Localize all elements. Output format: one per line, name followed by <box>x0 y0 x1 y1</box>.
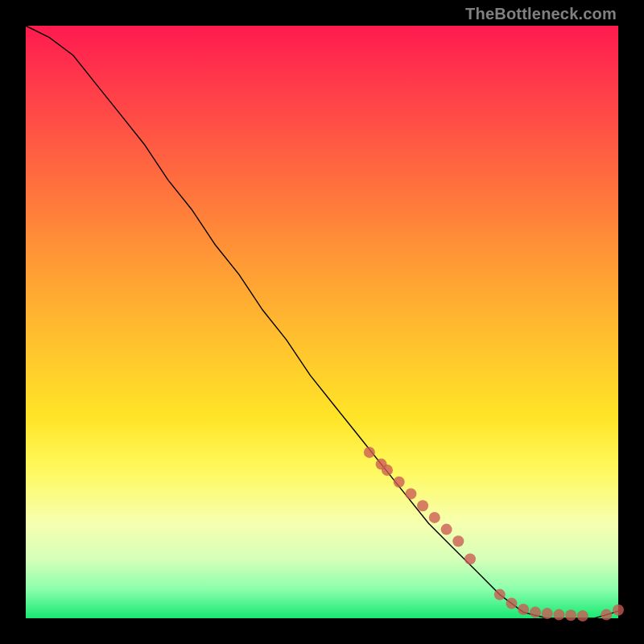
chart-svg <box>26 26 618 618</box>
scatter-dot <box>565 609 576 621</box>
watermark-text: TheBottleneck.com <box>465 5 617 23</box>
scatter-dot <box>429 512 440 523</box>
chart-frame: TheBottleneck.com <box>0 0 644 644</box>
scatter-dot <box>394 477 405 488</box>
scatter-dot <box>417 500 428 511</box>
scatter-dot <box>464 553 476 564</box>
bottleneck-curve <box>26 26 618 618</box>
scatter-dot <box>542 608 553 619</box>
scatter-dot <box>506 598 518 609</box>
scatter-dot <box>530 607 541 618</box>
scatter-dot <box>577 610 588 621</box>
scatter-dot <box>364 447 375 458</box>
scatter-dot <box>553 609 564 621</box>
scatter-dots <box>364 447 624 621</box>
scatter-dot <box>452 535 464 547</box>
scatter-dot <box>382 464 393 476</box>
scatter-dot <box>494 589 506 601</box>
scatter-dot <box>405 488 416 499</box>
plot-area <box>26 26 618 618</box>
scatter-dot <box>613 605 624 616</box>
scatter-dot <box>441 524 452 535</box>
scatter-dot <box>601 609 612 621</box>
scatter-dot <box>518 604 529 615</box>
